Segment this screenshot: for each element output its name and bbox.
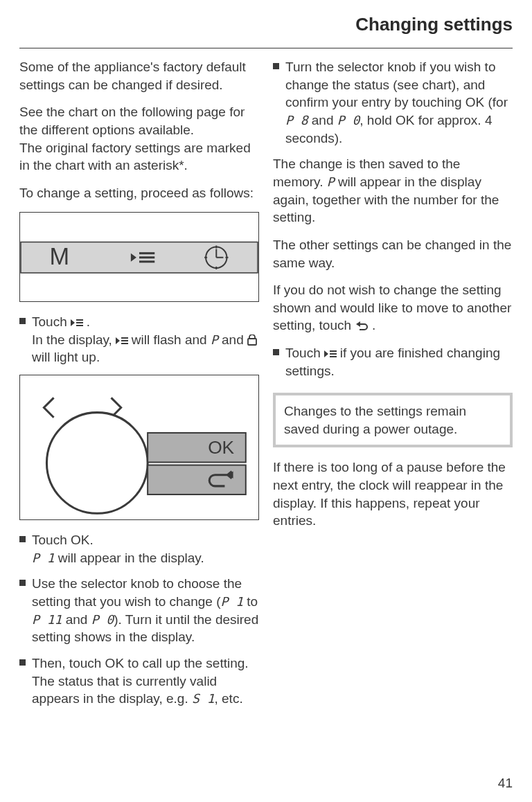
saved-memory: The change is then saved to the memory. … (273, 155, 513, 226)
t: Touch (285, 346, 324, 360)
code-P8: P 8 (285, 113, 308, 127)
figure-display-panel: M (19, 212, 259, 302)
t: to (243, 594, 258, 609)
page-title: Changing settings (19, 12, 513, 41)
figure-selector-knob: OK (19, 375, 259, 520)
code-P0: P 0 (91, 612, 114, 627)
two-column-layout: Some of the appliance's factory default … (19, 58, 513, 716)
t: If you do not wish to change the setting… (273, 283, 511, 332)
step-finished: Touch if you are finished changing setti… (273, 344, 513, 380)
t: and (218, 332, 247, 347)
display-M-label: M (50, 242, 70, 269)
t: , etc. (214, 691, 242, 706)
code-P1: P 1 (32, 551, 55, 565)
t: Use the selector knob to choose the sett… (32, 576, 242, 609)
code-S1: S 1 (192, 691, 215, 706)
step-text: Use the selector knob to choose the sett… (32, 575, 259, 646)
settings-icon (71, 316, 87, 329)
settings-icon (116, 334, 132, 347)
header-rule (19, 48, 513, 48)
t: Turn the selector knob if you wish to ch… (285, 60, 508, 109)
svg-marker-16 (116, 337, 120, 344)
bullet-square-icon (273, 58, 285, 147)
step-touch-ok: Touch OK. P 1 will appear in the display… (19, 531, 259, 567)
bullet-square-icon (273, 344, 285, 380)
page-number: 41 (498, 774, 513, 792)
step-text: Touch if you are finished changing setti… (285, 344, 513, 380)
t: and (308, 113, 337, 127)
step-text: Then, touch OK to call up the setting. T… (32, 654, 259, 708)
intro-p3: To change a setting, proceed as follows: (19, 184, 259, 202)
step-text: Touch . In the display, will flash and P… (32, 313, 259, 367)
step-callup-setting: Then, touch OK to call up the setting. T… (19, 654, 259, 708)
t: Touch OK. (32, 533, 94, 547)
bullet-square-icon (19, 313, 32, 367)
t: . (87, 314, 90, 329)
t: and (62, 612, 91, 627)
step-turn-knob: Turn the selector knob if you wish to ch… (273, 58, 513, 147)
move-another: If you do not wish to change the setting… (273, 281, 513, 335)
step-touch-settings: Touch . In the display, will flash and P… (19, 313, 259, 367)
bullet-square-icon (19, 531, 32, 567)
code-P: P (211, 332, 218, 347)
t: Touch (32, 314, 71, 329)
ok-label: OK (208, 437, 234, 458)
step-text: Turn the selector knob if you wish to ch… (285, 58, 513, 147)
note-box: Changes to the settings remain saved dur… (273, 393, 513, 447)
step-text: Touch OK. P 1 will appear in the display… (32, 531, 259, 567)
svg-rect-20 (248, 339, 256, 345)
code-P: P (327, 175, 335, 189)
t: will light up. (32, 350, 100, 364)
intro-p2b: The original factory settings are marked… (19, 141, 251, 173)
svg-marker-25 (356, 321, 360, 327)
svg-point-21 (46, 413, 148, 514)
step-choose-setting: Use the selector knob to choose the sett… (19, 575, 259, 646)
bullet-square-icon (19, 654, 32, 708)
code-P0: P 0 (337, 113, 360, 127)
svg-rect-23 (148, 465, 246, 494)
t: . (372, 318, 375, 332)
other-settings: The other settings can be changed in the… (273, 236, 513, 271)
settings-icon (324, 347, 340, 360)
intro-p2: See the chart on the following page for … (19, 103, 259, 175)
svg-marker-12 (71, 319, 75, 326)
lock-icon (247, 334, 257, 347)
intro-p1: Some of the appliance's factory default … (19, 58, 259, 93)
t: In the display, (32, 332, 116, 347)
code-P11: P 11 (32, 612, 62, 627)
pause-note: If there is too long of a pause before t… (273, 458, 513, 530)
right-column: Turn the selector knob if you wish to ch… (273, 58, 513, 716)
code-P1: P 1 (221, 594, 244, 609)
t: will appear in the display. (55, 551, 204, 565)
back-icon (355, 319, 372, 332)
intro-p2a: See the chart on the following page for … (19, 105, 245, 137)
svg-marker-26 (324, 350, 328, 357)
bullet-square-icon (19, 575, 32, 646)
t: will flash and (132, 332, 211, 347)
left-column: Some of the appliance's factory default … (19, 58, 259, 716)
